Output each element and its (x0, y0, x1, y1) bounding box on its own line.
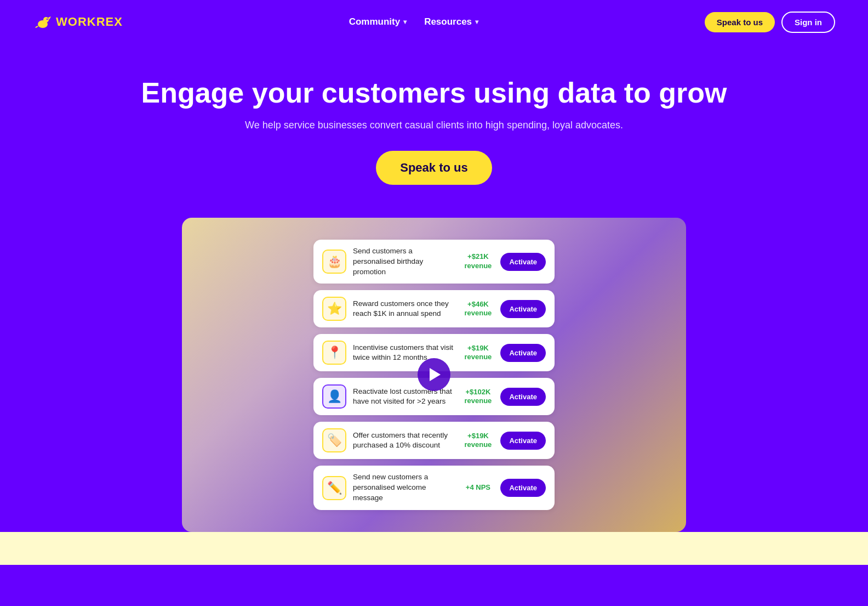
svg-point-1 (43, 17, 49, 22)
nav-resources[interactable]: Resources ▾ (424, 16, 478, 27)
promo-card-welcome: ✏️ Send new customers a personalised wel… (313, 466, 555, 510)
hero-title: Engage your customers using data to grow (11, 77, 857, 110)
hero-section: Engage your customers using data to grow… (0, 44, 868, 207)
promo-card-reward: ⭐ Reward customers once they reach $1K i… (313, 290, 555, 327)
footer-bar (0, 532, 868, 565)
logo-text: WORKREX (56, 15, 123, 29)
card-revenue-reward: +$46K revenue (462, 300, 494, 319)
community-chevron-icon: ▾ (403, 18, 407, 26)
card-text-birthday: Send customers a personalised birthday p… (353, 246, 455, 277)
nav-links: Community ▾ Resources ▾ (349, 16, 478, 27)
activate-button-discount[interactable]: Activate (500, 432, 546, 450)
card-text-welcome: Send new customers a personalised welcom… (353, 472, 455, 503)
reward-icon: ⭐ (322, 297, 346, 321)
promo-card-birthday: 🎂 Send customers a personalised birthday… (313, 240, 555, 284)
visit-icon: 📍 (322, 341, 346, 365)
logo-icon (33, 12, 53, 32)
play-triangle-icon (430, 368, 441, 381)
activate-button-reward[interactable]: Activate (500, 300, 546, 318)
demo-container: 🎂 Send customers a personalised birthday… (182, 218, 686, 532)
navbar: WORKREX Community ▾ Resources ▾ Speak to… (0, 0, 868, 44)
speak-to-us-button[interactable]: Speak to us (705, 12, 775, 32)
card-revenue-discount: +$19K revenue (462, 432, 494, 450)
card-revenue-reactivate: +$102K revenue (462, 388, 494, 406)
promo-card-discount: 🏷️ Offer customers that recently purchas… (313, 422, 555, 459)
activate-button-reactivate[interactable]: Activate (500, 388, 546, 406)
nav-actions: Speak to us Sign in (705, 12, 835, 33)
activate-button-visit[interactable]: Activate (500, 344, 546, 362)
speak-to-us-hero-button[interactable]: Speak to us (376, 151, 492, 185)
svg-point-3 (47, 19, 48, 20)
card-revenue-birthday: +$21K revenue (462, 252, 494, 271)
card-revenue-welcome: +4 NPS (462, 483, 494, 492)
birthday-icon: 🎂 (322, 250, 346, 274)
activate-button-welcome[interactable]: Activate (500, 479, 546, 497)
activate-button-birthday[interactable]: Activate (500, 253, 546, 271)
welcome-icon: ✏️ (322, 476, 346, 500)
card-revenue-visit: +$19K revenue (462, 344, 494, 363)
card-text-discount: Offer customers that recently purchased … (353, 431, 455, 451)
card-text-reward: Reward customers once they reach $1K in … (353, 299, 455, 320)
resources-chevron-icon: ▾ (475, 18, 478, 26)
hero-subtitle: We help service businesses convert casua… (11, 120, 857, 131)
logo[interactable]: WORKREX (33, 12, 123, 32)
nav-community[interactable]: Community ▾ (349, 16, 407, 27)
sign-in-button[interactable]: Sign in (781, 12, 835, 33)
play-button[interactable] (418, 358, 450, 391)
discount-icon: 🏷️ (322, 428, 346, 452)
reactivate-icon: 👤 (322, 384, 346, 409)
